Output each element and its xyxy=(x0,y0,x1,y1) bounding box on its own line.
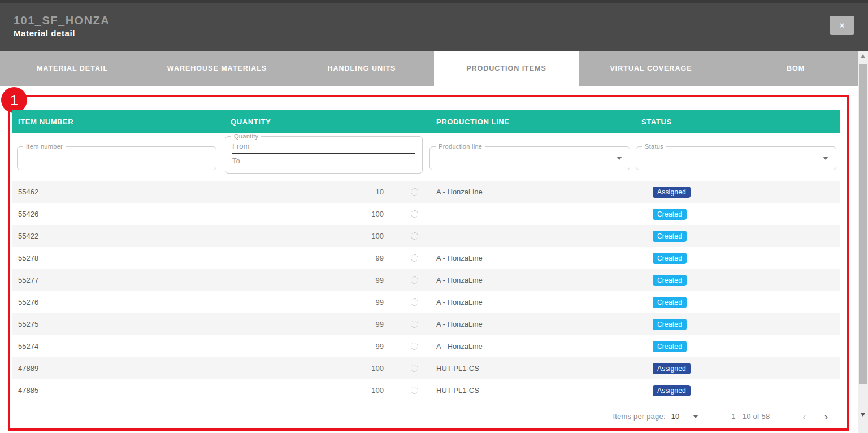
production-line-cell: A - HonzaLine xyxy=(431,313,636,335)
tab-virtual-coverage[interactable]: VIRTUAL COVERAGE xyxy=(579,51,723,86)
item-number-cell: 55275 xyxy=(12,313,225,335)
table-row[interactable]: 55462 10 A - HonzaLine Assigned xyxy=(12,181,840,203)
table-row[interactable]: 47889 100 HUT-PL1-CS Assigned xyxy=(12,357,840,379)
tab-warehouse-materials[interactable]: WAREHOUSE MATERIALS xyxy=(145,51,289,86)
scroll-down-icon[interactable] xyxy=(861,413,865,417)
status-badge: Assigned xyxy=(653,187,691,198)
items-per-page-value: 10 xyxy=(671,412,679,421)
sync-icon xyxy=(411,298,418,306)
close-icon: × xyxy=(840,21,844,30)
col-header-status: STATUS xyxy=(636,110,840,133)
status-badge: Assigned xyxy=(653,363,691,374)
close-button[interactable]: × xyxy=(830,16,854,35)
table-row[interactable]: 55278 99 A - HonzaLine Created xyxy=(12,247,840,269)
status-cell: Created xyxy=(636,313,840,335)
col-header-item-number: ITEM NUMBER xyxy=(12,110,225,133)
status-badge: Created xyxy=(653,319,687,330)
table-row[interactable]: 47885 100 HUT-PL1-CS Assigned xyxy=(12,379,840,401)
quantity-cell: 10 xyxy=(225,181,431,203)
item-number-cell: 55276 xyxy=(12,291,225,313)
item-number-cell: 55426 xyxy=(12,203,225,225)
tab-bar: MATERIAL DETAIL WAREHOUSE MATERIALS HAND… xyxy=(0,51,868,86)
tab-production-items[interactable]: PRODUCTION ITEMS xyxy=(434,51,579,86)
tab-handling-units[interactable]: HANDLING UNITS xyxy=(289,51,434,86)
status-badge: Assigned xyxy=(653,385,691,396)
item-number-cell: 47889 xyxy=(12,357,225,379)
status-cell: Assigned xyxy=(636,379,840,401)
tab-material-detail[interactable]: MATERIAL DETAIL xyxy=(0,51,145,86)
production-line-cell xyxy=(431,203,636,225)
sync-icon xyxy=(411,254,418,262)
items-per-page-label: Items per page: xyxy=(613,412,665,421)
page-range-label: 1 - 10 of 58 xyxy=(731,412,770,421)
production-line-cell: HUT-PL1-CS xyxy=(431,357,636,379)
production-line-cell: A - HonzaLine xyxy=(431,335,636,357)
item-number-cell: 55462 xyxy=(12,181,225,203)
status-badge: Created xyxy=(653,209,687,220)
previous-page-button[interactable]: ‹ xyxy=(802,410,806,423)
table-row[interactable]: 55276 99 A - HonzaLine Created xyxy=(12,291,840,313)
table-header-row: ITEM NUMBER QUANTITY PRODUCTION LINE STA… xyxy=(12,110,840,133)
chevron-down-icon xyxy=(823,157,828,160)
status-cell: Created xyxy=(636,225,840,247)
col-header-quantity: QUANTITY xyxy=(225,110,431,133)
sync-icon xyxy=(411,365,418,372)
tab-bom[interactable]: BOM xyxy=(723,51,868,86)
quantity-filter-label: Quantity xyxy=(231,133,261,140)
quantity-cell: 100 xyxy=(225,357,431,379)
item-number-cell: 55274 xyxy=(12,335,225,357)
table-row[interactable]: 55426 100 Created xyxy=(12,203,840,225)
quantity-cell: 100 xyxy=(225,203,431,225)
table-row[interactable]: 55277 99 A - HonzaLine Created xyxy=(12,269,840,291)
filter-row: Item number Quantity From To Production … xyxy=(12,133,840,181)
modal-title: 101_SF_HONZA xyxy=(14,14,110,27)
sync-icon xyxy=(411,343,418,350)
table-row[interactable]: 55275 99 A - HonzaLine Created xyxy=(12,313,840,335)
production-line-filter[interactable]: Production line xyxy=(429,146,630,170)
quantity-cell: 99 xyxy=(225,269,431,291)
status-filter-label: Status xyxy=(642,143,666,150)
status-cell: Created xyxy=(636,335,840,357)
quantity-filter-group: Quantity From To xyxy=(225,136,423,174)
sync-icon xyxy=(411,321,418,328)
production-items-panel: 1 ITEM NUMBER QUANTITY PRODUCTION LINE S… xyxy=(0,86,868,433)
quantity-from-input[interactable]: From xyxy=(232,142,415,154)
table-row[interactable]: 55274 99 A - HonzaLine Created xyxy=(12,335,840,357)
status-filter[interactable]: Status xyxy=(636,146,836,170)
status-badge: Created xyxy=(653,275,687,286)
production-line-cell: A - HonzaLine xyxy=(431,181,636,203)
next-page-button[interactable]: › xyxy=(824,410,828,423)
production-line-cell: A - HonzaLine xyxy=(431,269,636,291)
status-badge: Created xyxy=(653,297,687,308)
quantity-cell: 99 xyxy=(225,247,431,269)
items-per-page-dropdown[interactable] xyxy=(693,415,698,418)
status-badge: Created xyxy=(653,253,687,264)
scroll-up-icon[interactable] xyxy=(861,54,865,58)
table-row[interactable]: 55422 100 Created xyxy=(12,225,840,247)
item-number-filter[interactable]: Item number xyxy=(17,146,216,170)
status-cell: Created xyxy=(636,291,840,313)
modal-header: 101_SF_HONZA Material detail × xyxy=(0,0,868,51)
annotation-badge: 1 xyxy=(1,87,27,113)
sync-icon xyxy=(411,188,418,196)
vertical-scrollbar[interactable] xyxy=(858,51,868,433)
production-line-filter-label: Production line xyxy=(436,143,485,150)
scrollbar-thumb[interactable] xyxy=(859,64,867,384)
item-number-filter-label: Item number xyxy=(23,143,66,150)
modal-subtitle: Material detail xyxy=(14,28,75,38)
quantity-cell: 100 xyxy=(225,379,431,401)
production-items-table: ITEM NUMBER QUANTITY PRODUCTION LINE STA… xyxy=(12,110,840,431)
item-number-cell: 55278 xyxy=(12,247,225,269)
item-number-cell: 55422 xyxy=(12,225,225,247)
quantity-cell: 99 xyxy=(225,335,431,357)
quantity-to-input[interactable]: To xyxy=(232,157,415,165)
status-cell: Assigned xyxy=(636,181,840,203)
sync-icon xyxy=(411,276,418,284)
production-line-cell: HUT-PL1-CS xyxy=(431,379,636,401)
status-badge: Created xyxy=(653,231,687,242)
status-cell: Assigned xyxy=(636,357,840,379)
status-cell: Created xyxy=(636,269,840,291)
production-line-cell: A - HonzaLine xyxy=(431,247,636,269)
item-number-filter-input[interactable] xyxy=(18,147,216,170)
status-cell: Created xyxy=(636,203,840,225)
